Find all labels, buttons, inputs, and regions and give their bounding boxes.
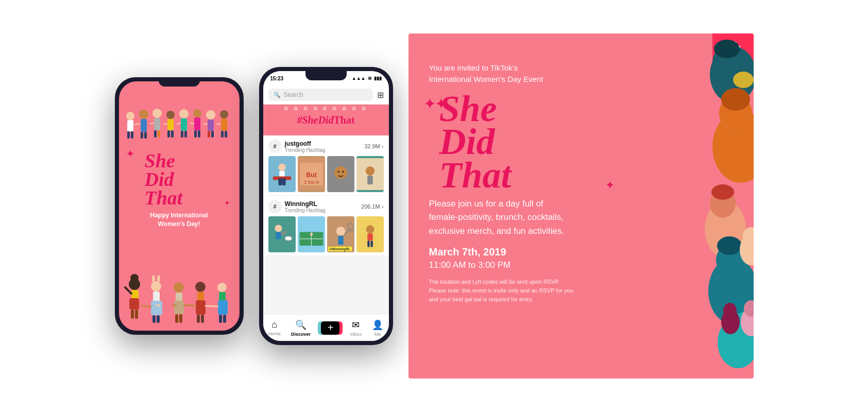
svg-rect-6 — [141, 132, 143, 139]
svg-rect-17 — [181, 118, 187, 131]
svg-rect-77 — [278, 178, 282, 185]
svg-rect-26 — [208, 131, 210, 138]
trending-1-count: 32.9M › — [364, 143, 383, 149]
svg-rect-27 — [211, 131, 214, 138]
sparkle-right-icon: ✦ — [224, 199, 230, 207]
svg-point-92 — [275, 225, 282, 232]
svg-rect-30 — [221, 131, 224, 138]
trending-2-name: WinningRL — [285, 200, 326, 208]
add-button[interactable]: + — [321, 321, 339, 335]
trending-item-2[interactable]: # WinningRL Trending Hashtag 206.1M › — [263, 196, 389, 255]
nav-inbox[interactable]: ✉ Inbox — [350, 319, 362, 337]
women-illustration-top — [119, 93, 240, 149]
svg-rect-7 — [144, 132, 147, 139]
search-bar-row: 🔍 Search ⊞ — [263, 85, 389, 105]
add-button-inner: + — [321, 321, 339, 335]
svg-rect-56 — [175, 314, 178, 323]
svg-point-86 — [342, 171, 344, 173]
nav-discover[interactable]: 🔍 Discover — [291, 319, 311, 337]
women-illustration-bottom — [119, 269, 240, 331]
womens-day-subtitle: Happy InternationalWomen's Day! — [150, 211, 208, 229]
svg-rect-109 — [367, 241, 369, 247]
trending-1-thumbs: But 2 Do It — [268, 156, 384, 192]
phone-1-screen: ✦ She Did That ✦ Happy InternationalWome… — [119, 81, 240, 331]
svg-rect-49 — [153, 291, 160, 302]
svg-rect-21 — [194, 117, 200, 130]
sparkle-invite-right: ✦ — [605, 179, 615, 192]
trending-1-hash: # — [268, 140, 282, 153]
thumb-2: But 2 Do It — [298, 156, 325, 192]
svg-point-0 — [126, 112, 134, 120]
title-container: ✦ She Did That ✦ — [119, 151, 240, 207]
invitation-content: You are invited to TikTok'sInternational… — [429, 52, 656, 304]
phone-1: ✦ She Did That ✦ Happy InternationalWome… — [115, 77, 244, 335]
svg-point-84 — [334, 166, 347, 179]
search-icon: 🔍 — [274, 92, 281, 98]
svg-point-20 — [193, 109, 201, 117]
svg-rect-10 — [154, 130, 157, 138]
phone-1-notch — [159, 77, 200, 87]
svg-point-74 — [278, 164, 285, 171]
svg-point-107 — [366, 225, 374, 233]
nav-add[interactable]: + — [321, 321, 339, 335]
svg-point-24 — [206, 110, 215, 119]
trending-1-info: justgooff Trending Hashtag — [285, 140, 326, 153]
svg-rect-41 — [131, 290, 139, 299]
trending-2-hash: # — [268, 200, 282, 213]
svg-rect-5 — [141, 119, 147, 132]
trending-2-left: # WinningRL Trending Hashtag — [268, 200, 326, 213]
svg-point-113 — [714, 40, 740, 58]
svg-point-4 — [139, 110, 148, 119]
banner-flowers: ✿ ✿ ✿ ✿ ✿ ✿ ✿ ✿ ✿ — [284, 106, 367, 111]
silhouettes-illustration — [651, 33, 754, 379]
trending-2-info: WinningRL Trending Hashtag — [285, 200, 326, 213]
invite-time: 11:00 AM to 3:00 PM — [429, 260, 656, 270]
nav-home[interactable]: ⌂ Home — [268, 319, 281, 336]
svg-rect-22 — [194, 130, 197, 138]
svg-rect-51 — [152, 315, 156, 323]
nav-inbox-label: Inbox — [350, 332, 362, 337]
trending-1-left: # justgooff Trending Hashtag — [268, 140, 326, 153]
svg-line-34 — [163, 124, 167, 124]
svg-point-102 — [336, 227, 345, 236]
svg-rect-110 — [370, 241, 372, 247]
svg-point-28 — [220, 110, 228, 118]
svg-rect-42 — [129, 298, 139, 310]
trending-2-thumbs: #WinningRL — [268, 216, 384, 252]
search-input-box[interactable]: 🔍 Search — [268, 89, 373, 101]
svg-line-43 — [125, 287, 131, 294]
svg-rect-31 — [225, 131, 227, 138]
nav-me[interactable]: 👤 Me — [372, 319, 383, 337]
svg-line-33 — [150, 123, 154, 124]
bottom-nav: ⌂ Home 🔍 Discover + ✉ Inbox 👤 Me — [263, 314, 389, 341]
phone-2: 15:23 ▲▲▲ ⊜ ▮▮▮ 🔍 Search ⊞ ✿ ✿ ✿ ✿ ✿ ✿ ✿… — [259, 67, 393, 345]
svg-point-89 — [365, 166, 375, 176]
svg-line-70 — [142, 306, 151, 307]
svg-line-72 — [206, 306, 218, 306]
svg-rect-44 — [131, 310, 134, 319]
svg-line-32 — [134, 124, 141, 125]
svg-point-116 — [721, 88, 750, 111]
trending-2-header: # WinningRL Trending Hashtag 206.1M › — [268, 200, 384, 213]
thumb-5 — [268, 216, 296, 252]
thumb-label: #WinningRL — [328, 247, 352, 251]
trending-item-1[interactable]: # justgooff Trending Hashtag 32.9M › — [263, 135, 389, 195]
svg-point-130 — [723, 303, 737, 318]
svg-rect-64 — [201, 315, 204, 323]
inbox-icon: ✉ — [352, 319, 360, 331]
invite-fine-print: The location and Lyft codes will be sent… — [429, 278, 620, 304]
invite-title-block: ✦✦ SheDidThat ✦ — [425, 92, 656, 192]
svg-rect-63 — [197, 315, 200, 323]
svg-point-8 — [152, 109, 162, 118]
svg-point-100 — [310, 233, 312, 235]
thumb-1 — [268, 156, 296, 192]
svg-rect-11 — [158, 130, 160, 138]
svg-rect-66 — [219, 292, 226, 301]
trending-1-header: # justgooff Trending Hashtag 32.9M › — [268, 140, 384, 153]
svg-point-123 — [717, 236, 742, 255]
scan-icon[interactable]: ⊞ — [377, 90, 384, 100]
svg-point-12 — [166, 111, 175, 119]
invite-body-text: Please join us for a day full of female-… — [429, 197, 630, 238]
divider-2 — [268, 255, 384, 256]
search-placeholder-text: Search — [284, 91, 303, 98]
